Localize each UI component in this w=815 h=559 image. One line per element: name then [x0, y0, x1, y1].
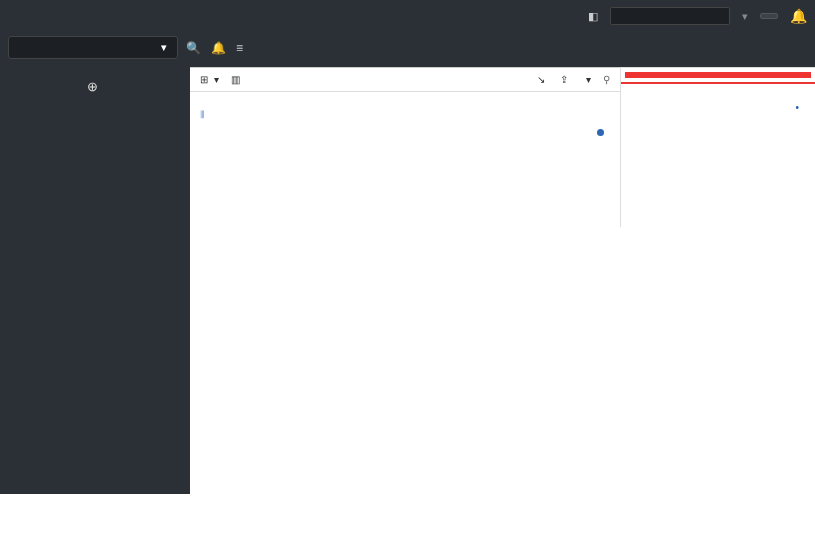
- timeline-icon: ⦀: [200, 108, 205, 123]
- global-search-input[interactable]: [610, 7, 730, 25]
- chart-legend: [597, 129, 608, 136]
- export-button[interactable]: ⇪: [560, 74, 571, 85]
- group-by-button[interactable]: ⊞ ▾: [200, 74, 219, 85]
- drill-down-button[interactable]: ↘: [537, 74, 548, 85]
- investigation-selector[interactable]: ▾: [8, 36, 178, 59]
- notifications-icon[interactable]: 🔔: [790, 8, 807, 24]
- menu-icon[interactable]: ≡: [236, 41, 243, 55]
- main-content: ⊞ ▾ ▥ ↘ ⇪ ▾ ⚲ ⦀: [190, 67, 815, 494]
- table-toolbar: ⊞ ▾ ▥ ↘ ⇪ ▾ ⚲: [190, 68, 620, 92]
- search-icon[interactable]: 🔍: [186, 41, 201, 55]
- classification-badge: [625, 72, 811, 78]
- search-button[interactable]: [760, 13, 778, 19]
- plus-circle-icon: ⊕: [87, 79, 98, 94]
- details-panel: •: [620, 67, 815, 227]
- top-navbar: ◧ ▾ 🔔: [0, 0, 815, 32]
- add-dataset-button[interactable]: ⊕: [6, 73, 184, 106]
- results-count: [190, 92, 620, 104]
- add-to-button[interactable]: ▾: [583, 74, 591, 85]
- bell-icon[interactable]: 🔔: [211, 41, 226, 55]
- figure-caption: [0, 494, 500, 534]
- sub-navbar: ▾ 🔍 🔔 ≡: [0, 32, 815, 67]
- chevron-down-icon: ▾: [161, 41, 167, 54]
- timeline-chart: [190, 127, 620, 217]
- sidebar: ⊕: [0, 67, 190, 494]
- timeline-tab[interactable]: ⦀: [190, 104, 620, 127]
- filter-icon[interactable]: ⚲: [603, 74, 610, 85]
- columns-button[interactable]: ▥: [231, 74, 243, 85]
